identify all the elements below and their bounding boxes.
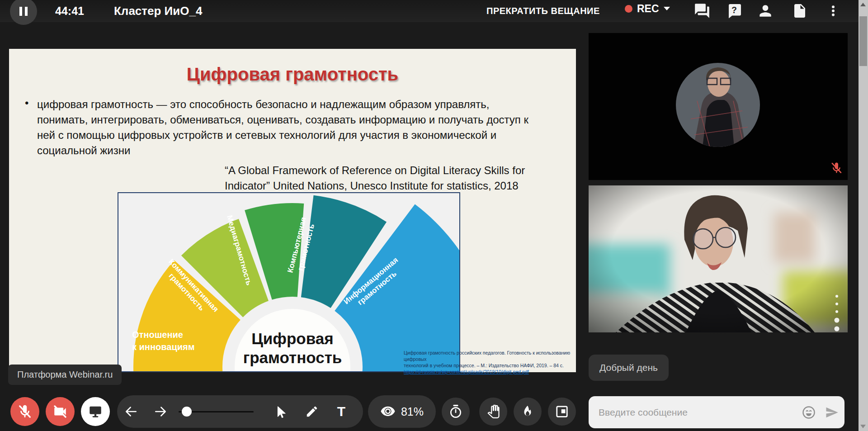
chat-input-bar <box>589 396 844 428</box>
rec-dot-icon <box>625 5 632 13</box>
prev-slide-button[interactable] <box>117 404 145 419</box>
camera-toggle-button[interactable] <box>46 397 75 426</box>
reference-line: Цифровая грамотность российских педагого… <box>404 350 582 362</box>
camera-off-icon <box>52 404 68 419</box>
scroll-down-arrow-icon[interactable] <box>860 425 866 428</box>
cursor-icon <box>274 405 288 418</box>
presenter-avatar <box>589 33 848 180</box>
slide-title: Цифровая грамотность <box>9 64 576 85</box>
send-button[interactable] <box>819 406 844 419</box>
mic-toggle-button[interactable] <box>10 397 39 426</box>
video-tile-presenter-1[interactable] <box>589 33 848 180</box>
files-icon <box>792 3 808 19</box>
mic-off-icon <box>17 404 33 419</box>
digital-literacy-diagram: Отношениек инновациямКоммуникативнаяграм… <box>118 192 460 372</box>
pencil-icon <box>305 405 319 418</box>
slide-tools-pill: T <box>117 395 363 428</box>
emoji-button[interactable] <box>798 405 819 420</box>
pip-icon <box>555 405 569 418</box>
chat-panel-button[interactable] <box>693 1 712 20</box>
bullet-dot: • <box>25 97 28 109</box>
bullet-line: понимать, интегрировать, обмениваться, о… <box>37 112 571 128</box>
flame-icon <box>521 405 534 418</box>
more-menu-button[interactable] <box>824 1 843 20</box>
slide-reference: Цифровая грамотность российских педагого… <box>404 350 582 375</box>
stopwatch-icon <box>448 404 463 419</box>
pause-icon <box>19 6 28 17</box>
reference-link[interactable]: https://d-russia.ru/wp-content/uploads/2… <box>404 369 529 374</box>
text-tool-button[interactable]: T <box>327 404 356 419</box>
zoom-slider[interactable] <box>176 395 257 428</box>
slide-bullet-text: цифровая грамотность — это способность б… <box>37 97 571 158</box>
eye-icon <box>380 406 396 417</box>
slide-citation: “A Global Framework of Reference on Digi… <box>225 163 525 194</box>
top-bar: 44:41 Кластер ИиО_4 ПРЕКРАТИТЬ ВЕЩАНИЕ R… <box>0 0 868 22</box>
webcam-feed <box>589 185 848 332</box>
arrow-back-icon <box>124 404 138 419</box>
pip-button[interactable] <box>548 398 576 426</box>
emoji-icon <box>802 405 816 420</box>
fan-chart: Отношениек инновациямКоммуникативнаяграм… <box>118 193 459 371</box>
message-input[interactable] <box>589 407 798 418</box>
chevron-down-icon <box>664 7 670 11</box>
send-icon <box>825 406 839 419</box>
screen-share-icon <box>88 404 103 419</box>
page-scrollbar[interactable] <box>859 0 868 431</box>
draw-tool-button[interactable] <box>297 405 327 418</box>
files-panel-button[interactable] <box>790 1 809 20</box>
next-slide-button[interactable] <box>145 404 176 419</box>
raise-hand-button[interactable] <box>479 398 507 426</box>
video-tile-presenter-2[interactable] <box>589 185 848 332</box>
chat-message: Добрый день <box>589 355 669 381</box>
citation-line: Indicator” United Nations, Unesco Instit… <box>225 178 525 194</box>
cursor-tool-button[interactable] <box>265 405 297 418</box>
bullet-line: цифровая грамотность — это способность б… <box>37 97 571 112</box>
hand-icon <box>486 405 500 418</box>
presentation-slide: Цифровая грамотность • цифровая грамотно… <box>9 49 576 372</box>
text-tool-icon: T <box>337 404 345 419</box>
rec-control[interactable]: REC <box>625 3 670 15</box>
reference-line: технологий в учебном процессе. – М.: Изд… <box>404 362 582 369</box>
svg-text:?: ? <box>731 5 737 15</box>
stop-broadcast-button[interactable]: ПРЕКРАТИТЬ ВЕЩАНИЕ <box>486 6 600 16</box>
timer-tool-button[interactable] <box>442 398 470 426</box>
zoom-level-value: 81% <box>401 405 424 418</box>
pause-button[interactable] <box>10 0 37 25</box>
view-zoom-control[interactable]: 81% <box>368 395 436 428</box>
reactions-button[interactable] <box>514 398 542 426</box>
rec-label: REC <box>637 3 659 15</box>
participants-icon <box>757 2 774 19</box>
platform-tooltip: Платформа Webinar.ru <box>8 365 122 385</box>
kebab-menu-icon <box>826 4 840 18</box>
chat-icon <box>693 2 711 19</box>
citation-line: “A Global Framework of Reference on Digi… <box>225 163 525 178</box>
screen-share-button[interactable] <box>81 397 110 426</box>
session-title: Кластер ИиО_4 <box>114 4 202 18</box>
slider-knob[interactable] <box>182 407 192 417</box>
participants-panel-button[interactable] <box>756 1 775 20</box>
scrollbar-thumb[interactable] <box>859 16 867 66</box>
arrow-forward-icon <box>153 404 168 419</box>
chat-message-text: Добрый день <box>599 362 658 373</box>
questions-panel-button[interactable]: ? <box>725 1 744 20</box>
question-icon: ? <box>726 3 742 19</box>
webinar-app: 44:41 Кластер ИиО_4 ПРЕКРАТИТЬ ВЕЩАНИЕ R… <box>0 0 868 431</box>
bullet-line: ней с помощью цифровых устройств и сетев… <box>37 128 571 143</box>
session-timer: 44:41 <box>55 5 84 18</box>
bullet-line: социальной жизни <box>37 143 571 158</box>
scroll-up-arrow-icon[interactable] <box>860 3 866 6</box>
